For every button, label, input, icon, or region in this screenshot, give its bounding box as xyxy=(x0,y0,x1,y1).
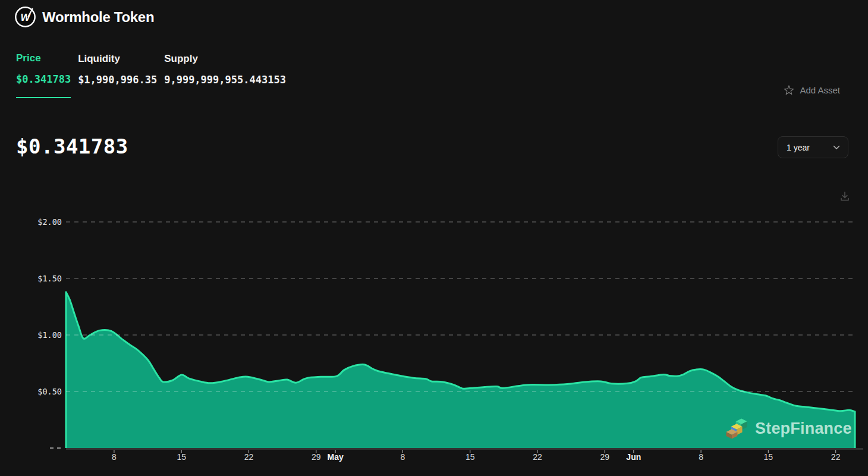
x-axis-label: 8 xyxy=(401,452,405,462)
x-axis-label: 15 xyxy=(177,452,186,462)
x-axis-label: 22 xyxy=(831,452,841,462)
x-axis-label: 22 xyxy=(244,452,254,462)
chevron-down-icon xyxy=(833,145,840,150)
tab-liquidity-label: Liquidity xyxy=(78,53,157,65)
tab-supply[interactable]: Supply 9,999,999,955.443153 xyxy=(164,52,286,98)
svg-text:W: W xyxy=(20,12,31,23)
current-price: $0.341783 xyxy=(16,134,128,158)
tab-supply-label: Supply xyxy=(164,53,286,65)
wormhole-token-page: $2.00$1.50$1.00$0.508152229May8152229Jun… xyxy=(0,0,868,476)
range-selector[interactable]: 1 year xyxy=(778,136,848,158)
x-axis-label: 8 xyxy=(699,452,703,462)
x-axis-label: May xyxy=(328,452,344,462)
add-asset-label: Add Asset xyxy=(800,85,840,95)
x-axis-label: 29 xyxy=(312,452,321,462)
x-axis-label: 15 xyxy=(764,452,773,462)
y-axis-label: $1.00 xyxy=(37,330,62,340)
tab-liquidity[interactable]: Liquidity $1,990,996.35 xyxy=(78,52,157,98)
stats-tabs: Price $0.341783 Liquidity $1,990,996.35 … xyxy=(16,52,286,98)
tab-liquidity-value: $1,990,996.35 xyxy=(78,74,157,86)
y-axis-label: $0.50 xyxy=(37,387,62,396)
x-axis-label: Jun xyxy=(626,452,641,462)
y-axis-label: $1.50 xyxy=(37,274,62,283)
download-button[interactable] xyxy=(837,189,853,205)
tab-supply-value: 9,999,999,955.443153 xyxy=(164,74,286,86)
download-icon xyxy=(838,190,851,203)
x-axis-label: 8 xyxy=(112,452,117,462)
stepfinance-logo-icon xyxy=(725,418,748,440)
wormhole-logo: W xyxy=(14,6,36,28)
stepfinance-watermark: StepFinance xyxy=(725,418,852,440)
star-icon xyxy=(784,85,794,95)
add-asset-button[interactable]: Add Asset xyxy=(780,84,844,96)
y-axis-label: $2.00 xyxy=(37,217,62,227)
x-axis-label: 29 xyxy=(600,452,609,462)
tab-price[interactable]: Price $0.341783 xyxy=(16,52,71,98)
app-header: W Wormhole Token xyxy=(14,6,154,28)
page-title: Wormhole Token xyxy=(42,9,154,26)
tab-price-value: $0.341783 xyxy=(16,73,71,85)
x-axis-label: 15 xyxy=(466,452,475,462)
tab-price-label: Price xyxy=(16,52,71,64)
x-axis-label: 22 xyxy=(533,452,542,462)
range-selector-value: 1 year xyxy=(787,143,810,152)
stepfinance-logo-text: StepFinance xyxy=(755,419,852,438)
